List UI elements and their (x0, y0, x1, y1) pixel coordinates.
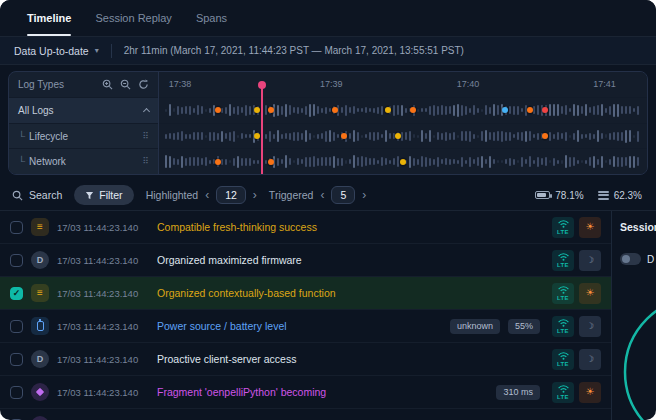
filter-label: Filter (99, 189, 122, 201)
log-row[interactable]: D 17/03 11:44:23.140 Organized maximized… (0, 244, 611, 277)
waveform-bar (393, 105, 395, 116)
waveform-bar (241, 158, 243, 166)
playhead[interactable] (261, 86, 263, 174)
network-lte-button[interactable]: LTE (552, 349, 574, 370)
zoom-out-icon[interactable] (120, 79, 131, 90)
search-button[interactable]: Search (12, 189, 62, 201)
row-checkbox[interactable] (10, 254, 23, 267)
tab-spans[interactable]: Spans (196, 0, 227, 36)
event-dot-orange[interactable] (410, 107, 416, 113)
fragment-glyph (36, 388, 44, 396)
log-row-selected[interactable]: ≡ 17/03 11:44:23.140 Organized contextua… (0, 277, 611, 310)
waveform-bar (461, 157, 463, 167)
waveform-bar (257, 160, 259, 164)
event-dot-yellow[interactable] (254, 107, 260, 113)
waveform-bar (509, 158, 511, 166)
event-dot-yellow[interactable] (254, 133, 260, 139)
waveform-bar (565, 155, 567, 168)
event-dot-orange[interactable] (268, 159, 274, 165)
sun-mode-button[interactable]: ☀ (579, 283, 601, 304)
tab-timeline[interactable]: Timeline (27, 0, 71, 36)
waveform-bar (201, 132, 203, 140)
waveform-bar (221, 108, 223, 113)
track-network[interactable] (159, 148, 647, 174)
memory-value: 62.3% (614, 190, 642, 201)
waveform-bar (373, 132, 375, 141)
track-all-logs[interactable] (159, 97, 647, 123)
network-lte-button[interactable]: LTE (552, 382, 574, 403)
waveform-bar (265, 105, 267, 115)
content-area: ≡ 17/03 11:44:23.140 Compatible fresh-th… (0, 210, 656, 420)
waveform-bar (317, 106, 319, 114)
waveform-bar (245, 158, 247, 166)
waveform-bar (177, 106, 179, 115)
event-dot-yellow[interactable] (400, 159, 406, 165)
timeline-row-all-logs[interactable]: All Logs (9, 97, 158, 123)
highlighted-next-button[interactable]: › (253, 189, 257, 201)
highlighted-prev-button[interactable]: ‹ (205, 189, 209, 201)
event-dot-blue[interactable] (502, 107, 508, 113)
zoom-in-icon[interactable] (102, 79, 113, 90)
triggered-next-button[interactable]: › (362, 189, 366, 201)
row-checkbox[interactable] (10, 386, 23, 399)
log-row-partial[interactable] (0, 409, 611, 420)
row-checkbox[interactable] (10, 320, 23, 333)
waveform-bar (505, 159, 507, 164)
event-dot-yellow[interactable] (385, 107, 391, 113)
waveform-bar (249, 158, 251, 166)
tab-session-replay[interactable]: Session Replay (95, 0, 171, 36)
chevron-up-icon[interactable] (143, 108, 150, 115)
waveform-bar (621, 157, 623, 167)
log-row[interactable]: ≡ 17/03 11:44:23.140 Compatible fresh-th… (0, 211, 611, 244)
event-dot-yellow[interactable] (395, 133, 401, 139)
time-label: 17:38 (169, 79, 192, 89)
session-gauge-arc (612, 214, 656, 420)
waveform-bar (441, 105, 443, 115)
drag-handle-icon[interactable]: ⠿ (142, 157, 149, 166)
timeline-row-network[interactable]: └ Network ⠿ (9, 148, 158, 174)
waveform-bar (293, 107, 295, 113)
log-row[interactable]: D 17/03 11:44:23.140 Proactive client-se… (0, 343, 611, 376)
waveform-bar (581, 106, 583, 114)
event-dot-orange[interactable] (215, 159, 221, 165)
track-lifecycle[interactable] (159, 123, 647, 149)
row-checkbox[interactable] (10, 353, 23, 366)
sun-mode-button[interactable]: ☀ (579, 217, 601, 238)
event-dot-orange[interactable] (341, 133, 347, 139)
waveform-bar (573, 133, 575, 140)
log-row[interactable]: 17/03 11:44:23.140 Power source / batter… (0, 310, 611, 343)
waveform-bar (297, 132, 299, 141)
waveform-bar (577, 160, 579, 164)
sun-mode-button[interactable]: ☀ (579, 382, 601, 403)
row-checkbox[interactable] (10, 221, 23, 234)
moon-mode-button[interactable]: ☽ (579, 349, 601, 370)
waveform-bar (281, 106, 283, 115)
network-lte-button[interactable]: LTE (552, 316, 574, 337)
filter-button[interactable]: Filter (74, 185, 133, 205)
waveform-bar (525, 159, 527, 164)
event-dot-orange[interactable] (268, 107, 274, 113)
waveform-bar (465, 160, 467, 164)
network-lte-button[interactable]: LTE (552, 283, 574, 304)
event-dot-orange[interactable] (527, 107, 533, 113)
network-lte-button[interactable]: LTE (552, 217, 574, 238)
waveform-bar (601, 156, 603, 168)
waveform-bar (297, 107, 299, 114)
refresh-icon[interactable] (138, 79, 149, 90)
row-checkbox-checked[interactable] (10, 287, 23, 300)
drag-handle-icon[interactable]: ⠿ (142, 132, 149, 141)
waveform-bar (617, 157, 619, 167)
event-dot-orange[interactable] (542, 133, 548, 139)
moon-mode-button[interactable]: ☽ (579, 316, 601, 337)
event-dot-orange[interactable] (215, 107, 221, 113)
waveform-bar (485, 105, 487, 115)
network-lte-button[interactable]: LTE (552, 250, 574, 271)
timeline-row-lifecycle[interactable]: └ Lifecycle ⠿ (9, 123, 158, 149)
data-status-dropdown[interactable]: Data Up-to-date ▾ (14, 45, 99, 57)
event-dot-orange[interactable] (332, 107, 338, 113)
triggered-prev-button[interactable]: ‹ (320, 189, 324, 201)
waveform-bar (317, 134, 319, 139)
log-row[interactable]: 17/03 11:44:23.140 Fragment 'oenpelliPyt… (0, 376, 611, 409)
moon-mode-button[interactable]: ☽ (579, 250, 601, 271)
event-dot-red[interactable] (542, 107, 548, 113)
